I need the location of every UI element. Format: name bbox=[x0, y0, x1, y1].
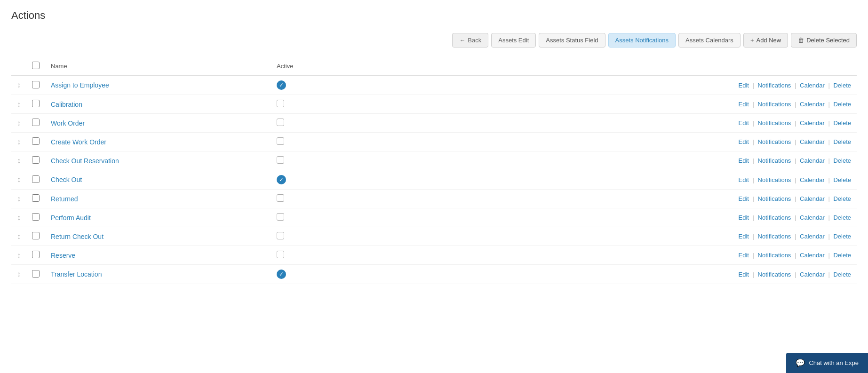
row-checkbox[interactable] bbox=[32, 100, 40, 107]
row-delete-link[interactable]: Delete bbox=[833, 195, 851, 202]
row-name[interactable]: Perform Audit bbox=[51, 214, 91, 222]
drag-handle[interactable]: ↕ bbox=[11, 190, 26, 208]
row-edit-link[interactable]: Edit bbox=[739, 233, 749, 240]
drag-handle-icon[interactable]: ↕ bbox=[17, 270, 21, 278]
row-notifications-link[interactable]: Notifications bbox=[758, 214, 791, 221]
row-name[interactable]: Check Out bbox=[51, 176, 82, 183]
row-calendar-link[interactable]: Calendar bbox=[800, 157, 825, 164]
row-delete-link[interactable]: Delete bbox=[833, 214, 851, 221]
row-notifications-link[interactable]: Notifications bbox=[758, 271, 791, 278]
assets-notifications-button[interactable]: Assets Notifications bbox=[608, 33, 676, 48]
row-checkbox[interactable] bbox=[32, 213, 40, 221]
drag-handle-icon[interactable]: ↕ bbox=[17, 195, 21, 203]
row-delete-link[interactable]: Delete bbox=[833, 157, 851, 164]
row-delete-link[interactable]: Delete bbox=[833, 138, 851, 145]
drag-handle[interactable]: ↕ bbox=[11, 208, 26, 227]
row-calendar-link[interactable]: Calendar bbox=[800, 82, 825, 89]
row-delete-link[interactable]: Delete bbox=[833, 82, 851, 89]
row-checkbox[interactable] bbox=[32, 251, 40, 258]
drag-handle-icon[interactable]: ↕ bbox=[17, 232, 21, 240]
drag-handle-icon[interactable]: ↕ bbox=[17, 119, 21, 127]
row-notifications-link[interactable]: Notifications bbox=[758, 82, 791, 89]
drag-handle[interactable]: ↕ bbox=[11, 95, 26, 114]
row-checkbox[interactable] bbox=[32, 194, 40, 202]
drag-handle-icon[interactable]: ↕ bbox=[17, 175, 21, 183]
drag-handle[interactable]: ↕ bbox=[11, 265, 26, 284]
drag-handle[interactable]: ↕ bbox=[11, 133, 26, 151]
chat-widget[interactable]: 💬 Chat with an Expe bbox=[786, 353, 868, 373]
row-calendar-link[interactable]: Calendar bbox=[800, 138, 825, 145]
row-calendar-link[interactable]: Calendar bbox=[800, 176, 825, 183]
assets-edit-button[interactable]: Assets Edit bbox=[491, 33, 536, 48]
row-delete-link[interactable]: Delete bbox=[833, 252, 851, 259]
drag-handle[interactable]: ↕ bbox=[11, 76, 26, 95]
row-notifications-link[interactable]: Notifications bbox=[758, 252, 791, 259]
row-notifications-link[interactable]: Notifications bbox=[758, 176, 791, 183]
row-edit-link[interactable]: Edit bbox=[739, 101, 749, 108]
row-delete-link[interactable]: Delete bbox=[833, 271, 851, 278]
row-checkbox[interactable] bbox=[32, 81, 40, 88]
row-name[interactable]: Returned bbox=[51, 195, 78, 203]
assets-calendars-button[interactable]: Assets Calendars bbox=[678, 33, 741, 48]
row-checkbox[interactable] bbox=[32, 270, 40, 278]
row-edit-link[interactable]: Edit bbox=[739, 195, 749, 202]
row-name[interactable]: Transfer Location bbox=[51, 270, 102, 278]
row-notifications-link[interactable]: Notifications bbox=[758, 119, 791, 127]
drag-handle[interactable]: ↕ bbox=[11, 114, 26, 133]
row-calendar-link[interactable]: Calendar bbox=[800, 214, 825, 221]
drag-handle-icon[interactable]: ↕ bbox=[17, 138, 21, 146]
delete-selected-button[interactable]: 🗑 Delete Selected bbox=[791, 33, 857, 48]
row-edit-link[interactable]: Edit bbox=[739, 214, 749, 221]
row-edit-link[interactable]: Edit bbox=[739, 119, 749, 127]
select-all-checkbox[interactable] bbox=[32, 62, 40, 69]
row-calendar-link[interactable]: Calendar bbox=[800, 119, 825, 127]
row-edit-link[interactable]: Edit bbox=[739, 157, 749, 164]
drag-handle-icon[interactable]: ↕ bbox=[17, 251, 21, 259]
row-calendar-link[interactable]: Calendar bbox=[800, 271, 825, 278]
row-edit-link[interactable]: Edit bbox=[739, 82, 749, 89]
row-name[interactable]: Work Order bbox=[51, 119, 85, 127]
row-delete-link[interactable]: Delete bbox=[833, 176, 851, 183]
add-new-button[interactable]: + Add New bbox=[743, 33, 788, 48]
row-name[interactable]: Check Out Reservation bbox=[51, 157, 119, 165]
row-notifications-link[interactable]: Notifications bbox=[758, 195, 791, 202]
row-delete-link[interactable]: Delete bbox=[833, 101, 851, 108]
row-notifications-link[interactable]: Notifications bbox=[758, 233, 791, 240]
row-notifications-link[interactable]: Notifications bbox=[758, 157, 791, 164]
row-name[interactable]: Calibration bbox=[51, 101, 82, 108]
row-calendar-link[interactable]: Calendar bbox=[800, 101, 825, 108]
row-calendar-link[interactable]: Calendar bbox=[800, 195, 825, 202]
row-calendar-link[interactable]: Calendar bbox=[800, 252, 825, 259]
row-checkbox[interactable] bbox=[32, 232, 40, 239]
row-name-cell: Perform Audit bbox=[45, 208, 271, 227]
row-delete-link[interactable]: Delete bbox=[833, 119, 851, 127]
drag-handle-icon[interactable]: ↕ bbox=[17, 157, 21, 165]
col-header-checkbox[interactable] bbox=[26, 57, 45, 76]
row-notifications-link[interactable]: Notifications bbox=[758, 138, 791, 145]
drag-handle[interactable]: ↕ bbox=[11, 227, 26, 246]
row-name[interactable]: Return Check Out bbox=[51, 233, 104, 240]
drag-handle-icon[interactable]: ↕ bbox=[17, 100, 21, 108]
row-checkbox[interactable] bbox=[32, 175, 40, 183]
drag-handle-icon[interactable]: ↕ bbox=[17, 81, 21, 89]
row-calendar-link[interactable]: Calendar bbox=[800, 233, 825, 240]
back-button[interactable]: ← Back bbox=[452, 33, 488, 48]
row-delete-link[interactable]: Delete bbox=[833, 233, 851, 240]
row-name[interactable]: Assign to Employee bbox=[51, 81, 109, 89]
drag-handle[interactable]: ↕ bbox=[11, 246, 26, 265]
drag-handle-icon[interactable]: ↕ bbox=[17, 214, 21, 222]
row-name[interactable]: Create Work Order bbox=[51, 138, 106, 146]
drag-handle[interactable]: ↕ bbox=[11, 170, 26, 190]
row-edit-link[interactable]: Edit bbox=[739, 176, 749, 183]
row-edit-link[interactable]: Edit bbox=[739, 252, 749, 259]
row-notifications-link[interactable]: Notifications bbox=[758, 101, 791, 108]
sep: | bbox=[795, 233, 796, 240]
row-name[interactable]: Reserve bbox=[51, 252, 75, 259]
row-checkbox[interactable] bbox=[32, 156, 40, 164]
assets-status-field-button[interactable]: Assets Status Field bbox=[539, 33, 605, 48]
row-edit-link[interactable]: Edit bbox=[739, 271, 749, 278]
row-checkbox[interactable] bbox=[32, 137, 40, 145]
row-edit-link[interactable]: Edit bbox=[739, 138, 749, 145]
drag-handle[interactable]: ↕ bbox=[11, 151, 26, 170]
row-checkbox[interactable] bbox=[32, 119, 40, 126]
